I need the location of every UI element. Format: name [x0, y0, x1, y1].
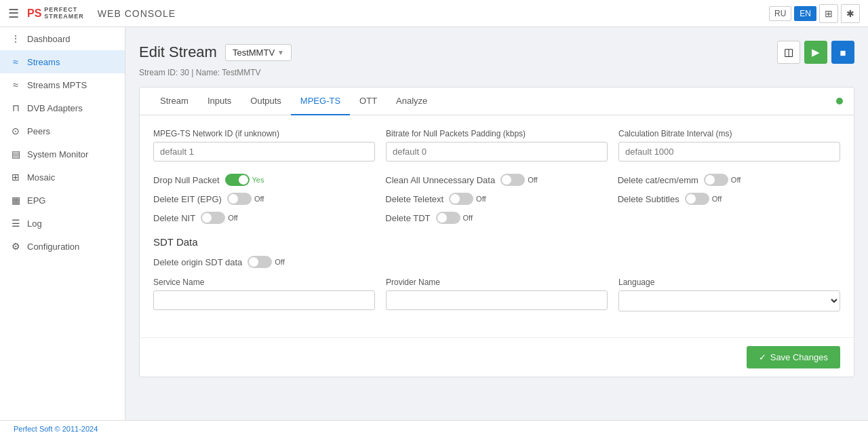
delete-subtitles-label: Delete Subtitles [618, 194, 679, 204]
system-monitor-icon: ▤ [9, 149, 22, 159]
delete-cat-label: Delete cat/ecm/emm [618, 175, 698, 185]
delete-sdt-toggle[interactable] [248, 256, 272, 268]
stream-info: Stream ID: 30 | Name: TestMMTV [139, 68, 854, 77]
layout-toggle-button[interactable]: ◫ [777, 41, 800, 64]
sidebar-item-log[interactable]: ☰ Log [0, 212, 125, 235]
sidebar-item-mosaic[interactable]: ⊞ Mosaic [0, 166, 125, 189]
epg-icon: ▦ [9, 195, 22, 206]
tabs: Stream Inputs Outputs MPEG-TS OTT Analyz… [140, 88, 854, 115]
layout-icon-button[interactable]: ⊞ [819, 4, 838, 23]
sidebar-item-peers[interactable]: ⊙ Peers [0, 119, 125, 142]
menu-icon[interactable]: ☰ [8, 6, 19, 21]
sidebar-item-label: Streams [27, 57, 60, 67]
sidebar-item-label: EPG [27, 195, 45, 206]
bitrate-label: Bitrate for Null Packets Padding (kbps) [386, 129, 608, 138]
card-body: MPEG-TS Network ID (if unknown) Bitrate … [140, 115, 854, 337]
drop-null-label: Drop Null Packet [153, 175, 220, 185]
calc-interval-input[interactable] [618, 142, 840, 162]
delete-teletext-toggle[interactable] [449, 193, 473, 205]
sidebar-item-label: Configuration [27, 242, 79, 252]
peers-icon: ⊙ [9, 126, 22, 136]
delete-cat-toggle[interactable] [704, 174, 728, 186]
delete-eit-toggle-label: Off [254, 195, 264, 203]
delete-cat-toggle-label: Off [731, 176, 741, 184]
topbar-right: RU EN ⊞ ✱ [769, 4, 860, 23]
language-label: Language [618, 278, 840, 287]
delete-eit-toggle-item: Delete EIT (EPG) Off [153, 193, 376, 205]
delete-teletext-toggle-item: Delete Teletext Off [385, 193, 608, 205]
network-id-input[interactable] [153, 142, 375, 162]
clean-data-label: Clean All Unnecessary Data [385, 175, 495, 185]
provider-name-group: Provider Name [386, 278, 608, 311]
clean-data-toggle-wrap: Off [500, 174, 537, 186]
save-button[interactable]: ✓ Save Changes [747, 346, 840, 368]
delete-subtitles-toggle[interactable] [685, 193, 709, 205]
sdt-form-row: Service Name Provider Name Language [153, 278, 840, 311]
tab-outputs[interactable]: Outputs [241, 88, 291, 115]
stream-selector[interactable]: TestMMTV ▼ [225, 44, 292, 61]
delete-cat-toggle-wrap: Off [704, 174, 741, 186]
streams-mpts-icon: ≈ [9, 79, 22, 90]
delete-nit-toggle-wrap: Off [201, 212, 237, 224]
logo-text: PERFECT STREAMER [44, 7, 84, 20]
lang-en-button[interactable]: EN [794, 6, 816, 21]
delete-tdt-label: Delete TDT [385, 213, 430, 223]
toggle-row-1: Drop Null Packet Yes Clean All Unnecessa… [153, 174, 840, 186]
provider-name-input[interactable] [386, 290, 608, 310]
language-select[interactable] [618, 290, 840, 311]
delete-tdt-toggle[interactable] [436, 212, 460, 224]
edit-header-actions: ◫ ▶ ■ [777, 41, 854, 64]
edit-card: Stream Inputs Outputs MPEG-TS OTT Analyz… [139, 87, 854, 377]
drop-null-toggle[interactable] [225, 174, 250, 186]
tab-stream[interactable]: Stream [151, 88, 198, 115]
delete-subtitles-toggle-label: Off [712, 195, 722, 203]
tab-mpeg-ts[interactable]: MPEG-TS [291, 88, 350, 115]
sidebar: ⋮ Dashboard ≈ Streams ≈ Streams MPTS ⊓ D… [0, 27, 125, 420]
sidebar-item-dvb-adapters[interactable]: ⊓ DVB Adapters [0, 96, 125, 119]
delete-nit-toggle-label: Off [228, 214, 237, 222]
save-button-label: Save Changes [770, 352, 828, 362]
sidebar-item-label: Log [27, 218, 42, 229]
lang-ru-button[interactable]: RU [769, 6, 791, 21]
edit-header: Edit Stream TestMMTV ▼ ◫ ▶ ■ [139, 41, 854, 64]
sidebar-item-epg[interactable]: ▦ EPG [0, 189, 125, 212]
topbar: ☰ PS PERFECT STREAMER WEB CONSOLE RU EN … [0, 0, 868, 27]
delete-eit-toggle[interactable] [227, 193, 252, 205]
delete-tdt-toggle-label: Off [463, 214, 473, 222]
footer-text: Perfect Soft © 2011-2024 [14, 425, 98, 433]
page-title: Edit Stream [139, 43, 217, 61]
tab-inputs[interactable]: Inputs [198, 88, 241, 115]
logo-ps: PS [27, 7, 41, 20]
dashboard-icon: ⋮ [9, 33, 22, 44]
calc-interval-label: Calculation Bitrate Interval (ms) [618, 129, 840, 138]
main-content: Edit Stream TestMMTV ▼ ◫ ▶ ■ Stream ID: … [125, 27, 868, 420]
delete-nit-label: Delete NIT [153, 213, 195, 223]
footer: Perfect Soft © 2011-2024 [0, 420, 868, 437]
delete-nit-toggle-item: Delete NIT Off [153, 212, 376, 224]
sidebar-item-label: DVB Adapters [27, 103, 83, 113]
sidebar-item-streams[interactable]: ≈ Streams [0, 50, 125, 73]
sidebar-item-dashboard[interactable]: ⋮ Dashboard [0, 27, 125, 50]
provider-name-label: Provider Name [386, 278, 608, 287]
sidebar-item-streams-mpts[interactable]: ≈ Streams MPTS [0, 73, 125, 96]
network-id-label: MPEG-TS Network ID (if unknown) [153, 129, 375, 138]
service-name-label: Service Name [153, 278, 375, 287]
tab-ott[interactable]: OTT [350, 88, 387, 115]
sidebar-item-system-monitor[interactable]: ▤ System Monitor [0, 142, 125, 166]
clean-data-toggle[interactable] [500, 174, 525, 186]
service-name-input[interactable] [153, 290, 375, 310]
sidebar-item-configuration[interactable]: ⚙ Configuration [0, 235, 125, 258]
settings-icon-button[interactable]: ✱ [841, 4, 860, 23]
delete-sdt-toggle-item: Delete origin SDT data Off [153, 256, 840, 268]
delete-teletext-toggle-wrap: Off [449, 193, 486, 205]
delete-sdt-toggle-label: Off [275, 258, 284, 266]
language-group: Language [618, 278, 840, 311]
bitrate-input[interactable] [386, 142, 608, 162]
chevron-down-icon: ▼ [277, 49, 284, 56]
sidebar-item-label: Dashboard [27, 34, 71, 44]
tab-analyze[interactable]: Analyze [387, 88, 437, 115]
delete-nit-toggle[interactable] [201, 212, 225, 224]
delete-cat-toggle-item: Delete cat/ecm/emm Off [618, 174, 840, 186]
export-button[interactable]: ■ [831, 41, 854, 64]
play-button[interactable]: ▶ [804, 41, 827, 64]
